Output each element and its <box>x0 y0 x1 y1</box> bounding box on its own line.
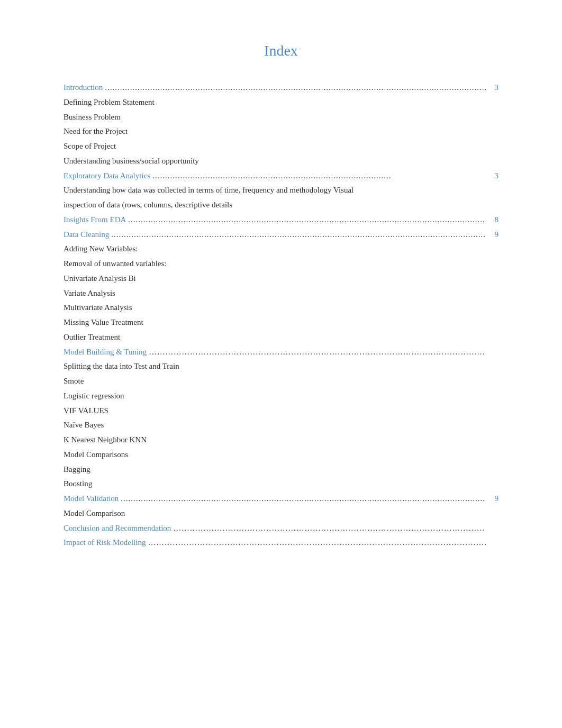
toc-label-adding-variables: Adding New Variables: <box>64 242 138 257</box>
toc-label-smote: Smote <box>64 374 84 389</box>
toc-page-introduction: 3 <box>488 80 498 95</box>
toc-label-logistic-regression: Logistic regression <box>64 389 124 404</box>
toc-entry-smote: Smote <box>64 374 498 389</box>
toc-label-multivariate: Multivariate Analysis <box>64 301 132 315</box>
toc-label-splitting-data: Splitting the data into Test and Train <box>64 359 179 374</box>
toc-entry-understanding-how: Understanding how data was collected in … <box>64 183 498 198</box>
toc-entry-variate: Variate Analysis <box>64 286 498 301</box>
toc-label-vif-values: VIF VALUES <box>64 404 108 418</box>
toc-label-knn: K Nearest Neighbor KNN <box>64 433 147 448</box>
toc-label-insights-eda[interactable]: Insights From EDA <box>64 213 126 228</box>
toc-page-model-validation: 9 <box>488 492 498 506</box>
toc-label-model-building: Model Building & Tuning <box>64 345 147 360</box>
toc-label-model-comparison: Model Comparison <box>64 506 125 521</box>
toc-label-variate: Variate Analysis <box>64 286 115 301</box>
toc-page-data-cleaning: 9 <box>488 228 498 242</box>
toc-entry-bagging: Bagging <box>64 462 498 477</box>
toc-label-model-validation[interactable]: Model Validation <box>64 492 119 506</box>
toc-entry-logistic-regression: Logistic regression <box>64 389 498 404</box>
toc-label-univariate: Univariate Analysis Bi <box>64 271 136 286</box>
toc-label-inspection: inspection of data (rows, columns, descr… <box>64 198 232 213</box>
toc-entry-impact-risk[interactable]: Impact of Risk Modelling…………………………………………… <box>64 535 498 550</box>
toc-dots-data-cleaning <box>111 228 486 242</box>
toc-page-exploratory-data: 3 <box>488 169 498 184</box>
toc-entry-defining-problem: Defining Problem Statement <box>64 95 498 110</box>
toc-entry-vif-values: VIF VALUES <box>64 404 498 418</box>
toc-label-understanding-business: Understanding business/social opportunit… <box>64 154 199 169</box>
toc-entry-model-building[interactable]: Model Building & Tuning……………………………………………… <box>64 345 498 360</box>
toc-group-boosting: Boosting Model Validation 9 <box>64 477 498 506</box>
toc-label-removal-unwanted: Removal of unwanted variables: <box>64 257 167 271</box>
toc-label-bagging: Bagging <box>64 462 90 477</box>
toc-label-need-project: Need for the Project <box>64 124 128 139</box>
toc-label-defining-problem: Defining Problem Statement <box>64 95 155 110</box>
toc-entry-need-project: Need for the Project <box>64 124 498 139</box>
page-title: Index <box>64 42 498 59</box>
toc-entry-missing-value: Missing Value Treatment <box>64 315 498 330</box>
toc-label-model-comparisons: Model Comparisons <box>64 448 128 462</box>
toc-entry-splitting-data: Splitting the data into Test and Train <box>64 359 498 374</box>
toc-group-insights: Insights From EDA 8 Data Cleaning 9 <box>64 213 498 242</box>
toc-dots-model-validation <box>121 492 486 506</box>
toc-container: Introduction 3 Defining Problem Statemen… <box>64 80 498 550</box>
toc-entry-knn: K Nearest Neighbor KNN <box>64 433 498 448</box>
toc-label-conclusion: Conclusion and Recommendation <box>64 521 171 536</box>
toc-dots-conclusion: …………………………………………………………………………………………………………… <box>173 521 486 536</box>
toc-entry-adding-variables: Adding New Variables: <box>64 242 498 257</box>
toc-dots-insights-eda <box>128 213 486 228</box>
toc-dots-model-building: …………………………………………………………………………………………………………… <box>149 345 486 360</box>
toc-dots-introduction <box>105 80 486 95</box>
toc-label-data-cleaning[interactable]: Data Cleaning <box>64 228 109 242</box>
toc-page-insights-eda: 8 <box>488 213 498 228</box>
toc-entry-conclusion[interactable]: Conclusion and Recommendation……………………………… <box>64 521 498 536</box>
toc-dots-impact-risk: …………………………………………………………………………………………………………… <box>148 535 486 550</box>
toc-entry-removal-unwanted: Removal of unwanted variables: <box>64 257 498 271</box>
toc-entry-outlier-treatment: Outlier Treatment <box>64 330 498 345</box>
toc-entry-univariate: Univariate Analysis Bi <box>64 271 498 286</box>
toc-entry-scope-project: Scope of Project <box>64 139 498 154</box>
toc-entry-naive-bayes: Naïve Bayes <box>64 418 498 433</box>
toc-label-understanding-how: Understanding how data was collected in … <box>64 183 353 198</box>
toc-label-naive-bayes: Naïve Bayes <box>64 418 104 433</box>
toc-entry-business-problem: Business Problem <box>64 110 498 125</box>
toc-entry-multivariate: Multivariate Analysis <box>64 301 498 315</box>
toc-label-boosting: Boosting <box>64 477 92 492</box>
toc-label-exploratory-data[interactable]: Exploratory Data Analytics <box>64 169 150 184</box>
toc-entry-introduction[interactable]: Introduction 3 <box>64 80 498 95</box>
toc-label-outlier-treatment: Outlier Treatment <box>64 330 120 345</box>
toc-label-introduction: Introduction <box>64 80 103 95</box>
toc-entry-understanding-business: Understanding business/social opportunit… <box>64 154 498 184</box>
toc-entry-model-comparison: Model Comparison <box>64 506 498 521</box>
toc-label-scope-project: Scope of Project <box>64 139 116 154</box>
toc-entry-inspection: inspection of data (rows, columns, descr… <box>64 198 498 213</box>
toc-entry-model-comparisons: Model Comparisons <box>64 448 498 462</box>
toc-dots-exploratory-data <box>152 169 486 184</box>
toc-label-business-problem: Business Problem <box>64 110 121 125</box>
toc-label-missing-value: Missing Value Treatment <box>64 315 143 330</box>
toc-label-impact-risk: Impact of Risk Modelling <box>64 535 146 550</box>
